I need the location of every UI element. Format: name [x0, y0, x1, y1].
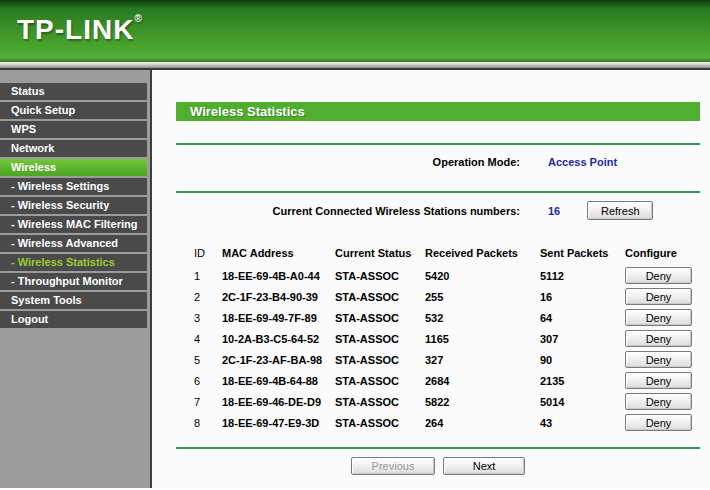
operation-mode-label: Operation Mode:: [176, 156, 520, 168]
sidebar-item-system-tools[interactable]: System Tools: [0, 292, 147, 309]
cell-id: 6: [193, 375, 222, 387]
cell-mac-address: 18-EE-69-4B-A0-44: [222, 270, 335, 282]
sidebar-item-logout[interactable]: Logout: [0, 311, 147, 328]
operation-mode-value: Access Point: [548, 156, 617, 168]
cell-current-status: STA-ASSOC: [335, 312, 425, 324]
cell-sent-packets: 2135: [540, 375, 625, 387]
table-row: 5 2C-1F-23-AF-BA-98 STA-ASSOC 327 90 Den…: [193, 349, 710, 370]
table-row: 4 10-2A-B3-C5-64-52 STA-ASSOC 1165 307 D…: [193, 328, 710, 349]
cell-sent-packets: 16: [540, 291, 625, 303]
cell-current-status: STA-ASSOC: [335, 375, 425, 387]
cell-current-status: STA-ASSOC: [335, 417, 425, 429]
sidebar-item-wireless[interactable]: Wireless: [0, 159, 147, 176]
table-row: 7 18-EE-69-46-DE-D9 STA-ASSOC 5822 5014 …: [193, 391, 710, 412]
deny-button[interactable]: Deny: [625, 414, 692, 431]
cell-id: 8: [193, 417, 222, 429]
table-row: 8 18-EE-69-47-E9-3D STA-ASSOC 264 43 Den…: [193, 412, 710, 433]
stations-table: ID MAC Address Current Status Received P…: [193, 242, 710, 433]
table-header-row: ID MAC Address Current Status Received P…: [193, 242, 710, 263]
cell-sent-packets: 64: [540, 312, 625, 324]
sidebar-item-wireless-security[interactable]: - Wireless Security: [0, 197, 147, 214]
cell-received-packets: 327: [425, 354, 540, 366]
sidebar-item-wireless-statistics[interactable]: - Wireless Statistics: [0, 254, 147, 271]
cell-current-status: STA-ASSOC: [335, 396, 425, 408]
cell-current-status: STA-ASSOC: [335, 354, 425, 366]
cell-id: 4: [193, 333, 222, 345]
registered-mark: ®: [134, 13, 142, 24]
stations-row: Current Connected Wireless Stations numb…: [176, 201, 700, 220]
header-configure: Configure: [625, 247, 705, 259]
operation-mode-row: Operation Mode: Access Point: [176, 154, 700, 170]
sidebar-nav: Status Quick Setup WPS Network Wireless …: [0, 70, 152, 488]
table-row: 3 18-EE-69-49-7F-89 STA-ASSOC 532 64 Den…: [193, 307, 710, 328]
cell-id: 2: [193, 291, 222, 303]
separator: [176, 447, 700, 449]
cell-mac-address: 2C-1F-23-AF-BA-98: [222, 354, 335, 366]
cell-id: 5: [193, 354, 222, 366]
sidebar-item-network[interactable]: Network: [0, 140, 147, 157]
main-content: Wireless Statistics Operation Mode: Acce…: [152, 70, 710, 488]
deny-button[interactable]: Deny: [625, 351, 692, 368]
sidebar-item-throughput-monitor[interactable]: - Throughput Monitor: [0, 273, 147, 290]
stations-count-value: 16: [548, 205, 560, 217]
table-row: 6 18-EE-69-4B-64-88 STA-ASSOC 2684 2135 …: [193, 370, 710, 391]
cell-received-packets: 5420: [425, 270, 540, 282]
cell-mac-address: 2C-1F-23-B4-90-39: [222, 291, 335, 303]
cell-received-packets: 255: [425, 291, 540, 303]
sidebar-item-status[interactable]: Status: [0, 83, 147, 100]
refresh-button[interactable]: Refresh: [587, 201, 653, 220]
sidebar-item-wireless-advanced[interactable]: - Wireless Advanced: [0, 235, 147, 252]
next-button[interactable]: Next: [443, 457, 525, 475]
header-sent-packets: Sent Packets: [540, 247, 625, 259]
previous-button[interactable]: Previous: [351, 457, 435, 475]
page-title: Wireless Statistics: [176, 102, 700, 121]
tplink-logo: TP-LINK®: [17, 14, 143, 46]
header-mac-address: MAC Address: [222, 247, 335, 259]
cell-received-packets: 264: [425, 417, 540, 429]
deny-button[interactable]: Deny: [625, 330, 692, 347]
cell-received-packets: 532: [425, 312, 540, 324]
sidebar-item-wireless-settings[interactable]: - Wireless Settings: [0, 178, 147, 195]
cell-mac-address: 18-EE-69-46-DE-D9: [222, 396, 335, 408]
cell-mac-address: 10-2A-B3-C5-64-52: [222, 333, 335, 345]
banner-divider: [0, 62, 710, 70]
cell-received-packets: 1165: [425, 333, 540, 345]
deny-button[interactable]: Deny: [625, 267, 692, 284]
header-current-status: Current Status: [335, 247, 425, 259]
header-received-packets: Received Packets: [425, 247, 540, 259]
cell-sent-packets: 43: [540, 417, 625, 429]
cell-mac-address: 18-EE-69-49-7F-89: [222, 312, 335, 324]
cell-received-packets: 5822: [425, 396, 540, 408]
deny-button[interactable]: Deny: [625, 393, 692, 410]
cell-current-status: STA-ASSOC: [335, 270, 425, 282]
sidebar-item-wps[interactable]: WPS: [0, 121, 147, 138]
separator: [176, 191, 700, 193]
separator: [176, 143, 700, 145]
table-row: 2 2C-1F-23-B4-90-39 STA-ASSOC 255 16 Den…: [193, 286, 710, 307]
stations-count-label: Current Connected Wireless Stations numb…: [176, 205, 520, 217]
cell-current-status: STA-ASSOC: [335, 333, 425, 345]
logo-text: TP-LINK: [17, 14, 134, 45]
cell-sent-packets: 90: [540, 354, 625, 366]
header-banner: TP-LINK®: [0, 0, 710, 62]
cell-id: 1: [193, 270, 222, 282]
deny-button[interactable]: Deny: [625, 288, 692, 305]
cell-mac-address: 18-EE-69-47-E9-3D: [222, 417, 335, 429]
sidebar-item-wireless-mac-filtering[interactable]: - Wireless MAC Filtering: [0, 216, 147, 233]
cell-id: 3: [193, 312, 222, 324]
cell-sent-packets: 5112: [540, 270, 625, 282]
cell-sent-packets: 5014: [540, 396, 625, 408]
sidebar-item-quick-setup[interactable]: Quick Setup: [0, 102, 147, 119]
cell-sent-packets: 307: [540, 333, 625, 345]
table-row: 1 18-EE-69-4B-A0-44 STA-ASSOC 5420 5112 …: [193, 265, 710, 286]
cell-id: 7: [193, 396, 222, 408]
cell-current-status: STA-ASSOC: [335, 291, 425, 303]
pagination: Previous Next: [176, 457, 700, 475]
cell-mac-address: 18-EE-69-4B-64-88: [222, 375, 335, 387]
header-id: ID: [193, 247, 222, 259]
deny-button[interactable]: Deny: [625, 309, 692, 326]
cell-received-packets: 2684: [425, 375, 540, 387]
deny-button[interactable]: Deny: [625, 372, 692, 389]
